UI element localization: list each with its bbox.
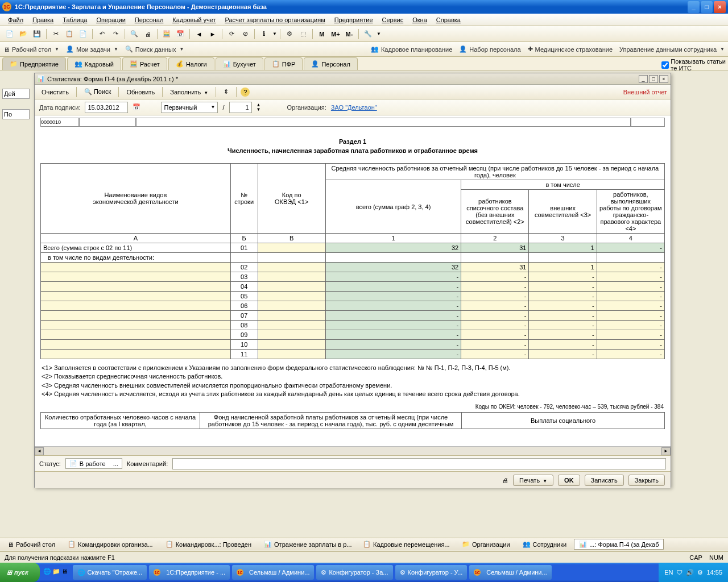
refresh-icon[interactable]: ⟳ — [225, 28, 238, 40]
cell[interactable]: 31 — [461, 243, 529, 253]
org-link[interactable]: ЗАО "Дельтаон" — [331, 104, 377, 111]
m-bold-icon[interactable]: M — [316, 28, 328, 40]
maximize-button[interactable]: □ — [701, 1, 713, 13]
desktop-link[interactable]: 🖥 Рабочий стол ▼ — [3, 46, 59, 53]
date-input[interactable] — [85, 102, 128, 113]
tray-icon[interactable]: 🔊 — [686, 569, 694, 576]
clock[interactable]: 14:55 — [706, 569, 722, 576]
lang-indicator[interactable]: EN — [664, 569, 673, 576]
cell[interactable] — [258, 243, 325, 253]
undo-icon[interactable]: ↶ — [96, 28, 108, 40]
inner-close-button[interactable]: × — [659, 75, 668, 83]
back-icon[interactable]: ◄ — [193, 28, 205, 40]
config-icon[interactable]: ⚙ — [283, 28, 296, 40]
cut-icon[interactable]: ✂ — [49, 28, 62, 40]
horizontal-scrollbar[interactable]: ◄ ► — [35, 446, 671, 455]
config2-icon[interactable]: ⬚ — [297, 28, 309, 40]
save-icon[interactable]: 💾 — [31, 28, 43, 40]
status-dropdown[interactable]: 📄 В работе ... — [65, 458, 122, 469]
paste-icon[interactable]: 📄 — [77, 28, 89, 40]
dropdown-icon[interactable]: ▼ — [377, 31, 381, 36]
menu-personnel[interactable]: Персонал — [130, 15, 168, 25]
task-item[interactable]: 📁 Организации — [457, 539, 515, 550]
forward-icon[interactable]: ► — [206, 28, 219, 40]
menu-edit[interactable]: Правка — [28, 15, 58, 25]
find-icon[interactable]: 🔍 — [128, 28, 140, 40]
help-icon[interactable]: ? — [241, 88, 250, 97]
save-button[interactable]: Записать — [585, 475, 624, 486]
taskbar-item[interactable]: 1C Сельмаш / Админи... — [232, 565, 314, 580]
menu-service[interactable]: Сервис — [378, 15, 408, 25]
inner-minimize-button[interactable]: _ — [639, 75, 648, 83]
refresh-button[interactable]: Обновить — [123, 87, 158, 97]
type-dropdown[interactable]: Первичный▼ — [161, 102, 218, 113]
tab-pfr[interactable]: 📋 ПФР — [264, 57, 303, 70]
tab-enterprise[interactable]: 📁 Предприятие — [2, 57, 66, 70]
printer-icon[interactable]: 🖨 — [502, 477, 508, 484]
task-item[interactable]: 📊 Отражение зарплаты в р... — [259, 539, 355, 550]
menu-table[interactable]: Таблица — [58, 15, 92, 25]
menu-file[interactable]: Файл — [3, 15, 28, 25]
task-current[interactable]: 📊 ...: Форма П-4 (за Декаб — [574, 539, 664, 550]
insurance-link[interactable]: ✚ Медицинское страхование — [528, 45, 613, 53]
taskbar-item[interactable]: 1C 1С:Предприятие - ... — [149, 565, 230, 580]
tab-personnel[interactable]: 👤 Персонал — [304, 57, 358, 70]
tray-icon[interactable]: 🛡 — [676, 569, 682, 576]
menu-operations[interactable]: Операции — [92, 15, 130, 25]
search-button[interactable]: 🔍 Поиск — [81, 86, 115, 97]
menu-hr[interactable]: Кадровый учет — [168, 15, 220, 25]
tray-icon[interactable]: ⚙ — [697, 569, 703, 576]
stop-icon[interactable]: ⊘ — [239, 28, 251, 40]
comment-input[interactable] — [172, 458, 666, 469]
clear-button[interactable]: Очистить — [38, 87, 72, 97]
spinner-icon[interactable]: ▲▼ — [257, 103, 261, 112]
tab-hr[interactable]: 👥 Кадровый — [67, 57, 121, 70]
fill-button[interactable]: Заполнить ▼ — [167, 87, 212, 97]
date-picker-icon[interactable]: 📅 — [133, 103, 140, 111]
calc-icon[interactable]: 🧮 — [160, 28, 173, 40]
task-item[interactable]: 👥 Сотрудники — [518, 539, 572, 550]
quicklaunch-icon[interactable]: 📁 — [52, 568, 61, 577]
number-input[interactable] — [229, 102, 252, 113]
quicklaunch-icon[interactable]: 🖥 — [61, 568, 71, 577]
minimize-button[interactable]: _ — [688, 1, 700, 13]
print-button[interactable]: Печать ▼ — [513, 475, 553, 486]
tab-calc[interactable]: 🧮 Расчет — [122, 57, 167, 70]
search-data-link[interactable]: 🔍 Поиск данных ▼ — [125, 45, 184, 53]
left-field-2[interactable]: По — [2, 109, 30, 119]
task-item[interactable]: 📋 Командировки организа... — [63, 539, 158, 550]
ok-button[interactable]: OK — [558, 475, 580, 486]
help-icon[interactable]: ℹ — [258, 28, 270, 40]
close-button[interactable]: Закрыть — [628, 475, 665, 486]
taskbar-item[interactable]: ⚙ Конфигуратор - У... — [395, 565, 468, 580]
cell[interactable] — [41, 263, 231, 272]
hr-planning-link[interactable]: 👥 Кадровое планирование — [371, 45, 452, 53]
tab-accounting[interactable]: 📊 Бухучет — [216, 57, 263, 70]
new-icon[interactable]: 📄 — [3, 28, 16, 40]
task-item[interactable]: 📋 Командировк...: Проведен — [160, 539, 257, 550]
calendar-icon[interactable]: 📅 — [174, 28, 187, 40]
menu-payroll[interactable]: Расчет зарплаты по организациям — [221, 15, 330, 25]
recruitment-link[interactable]: 👤 Набор персонала — [459, 45, 520, 53]
menu-help[interactable]: Справка — [432, 15, 465, 25]
tool-icon[interactable]: 🔧 — [362, 28, 374, 40]
start-button[interactable]: ⊞ пуск — [0, 563, 40, 582]
task-desktop[interactable]: 🖥 Рабочий стол — [2, 539, 60, 550]
external-report-link[interactable]: Внешний отчет — [623, 89, 667, 95]
cell[interactable]: 1 — [529, 243, 597, 253]
taskbar-item[interactable]: ⚙ Конфигуратор - За... — [316, 565, 392, 580]
expand-icon[interactable]: ⇕ — [220, 86, 232, 97]
employee-data-link[interactable]: Управление данными сотрудника ▼ — [619, 46, 725, 53]
menu-windows[interactable]: Окна — [408, 15, 432, 25]
scroll-right-icon[interactable]: ► — [661, 447, 671, 455]
close-button[interactable]: × — [714, 1, 726, 13]
quicklaunch-icon[interactable]: 🌐 — [43, 568, 52, 577]
tab-taxes[interactable]: 💰 Налоги — [168, 57, 214, 70]
dropdown-icon[interactable]: ▼ — [272, 31, 277, 36]
cell[interactable]: 32 — [325, 243, 461, 253]
print-icon[interactable]: 🖨 — [142, 28, 154, 40]
copy-icon[interactable]: 📋 — [63, 28, 76, 40]
m-minus-icon[interactable]: M- — [343, 28, 355, 40]
my-tasks-link[interactable]: 👤 Мои задачи ▼ — [66, 45, 118, 53]
taskbar-item[interactable]: 1C Сельмаш / Админи... — [469, 565, 551, 580]
